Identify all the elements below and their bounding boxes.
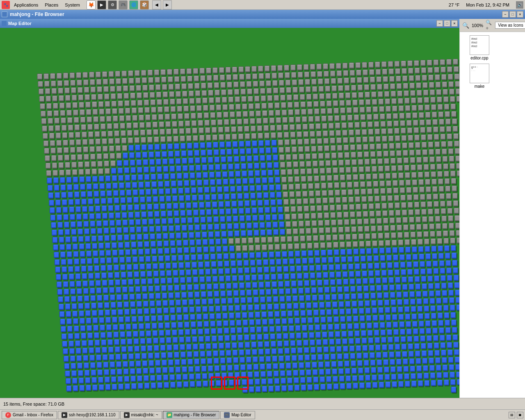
svg-rect-2668: [162, 145, 166, 149]
svg-rect-1388: [164, 107, 169, 112]
svg-rect-8372: [443, 299, 447, 303]
svg-rect-1112: [138, 101, 142, 105]
svg-rect-9324: [394, 330, 398, 334]
taskbar-firefox[interactable]: F Gmail - Inbox - Firefox: [2, 411, 57, 419]
zoom-in-button[interactable]: 🔍+: [486, 20, 492, 31]
svg-rect-568: [98, 87, 102, 91]
svg-rect-4116: [438, 172, 442, 176]
taskbar-resize-btn-2[interactable]: ▣: [517, 412, 523, 418]
app-icon-1[interactable]: ⚙: [108, 0, 117, 9]
svg-rect-6888: [445, 254, 450, 258]
svg-rect-7028: [271, 267, 275, 272]
map-canvas[interactable]: [0, 28, 459, 398]
taskbar-mapeditor[interactable]: 🎮 Map Editor: [220, 411, 255, 419]
taskbar-ssh[interactable]: ▶ ssh hexy@192.168.1.110: [58, 411, 119, 419]
svg-rect-3440: [170, 167, 174, 171]
minimize-button[interactable]: −: [502, 11, 509, 18]
svg-rect-9708: [226, 351, 231, 355]
terminal-icon-1[interactable]: ▶: [97, 0, 106, 9]
svg-rect-5748: [222, 232, 226, 236]
svg-rect-3292: [345, 153, 349, 157]
svg-rect-10884: [334, 384, 338, 388]
svg-rect-2992: [273, 148, 277, 152]
file-item-editor-cpp[interactable]: #incl#incl#incl editor.cpp: [463, 35, 496, 60]
view-mode-select[interactable]: View as Icons View as List View as Compa…: [495, 22, 525, 29]
svg-rect-3600: [430, 158, 434, 162]
svg-rect-3676: [138, 175, 142, 179]
zoom-out-button[interactable]: 🔍: [462, 22, 469, 29]
svg-rect-10128: [117, 370, 121, 374]
me-minimize-btn[interactable]: −: [436, 20, 443, 27]
svg-rect-8484: [223, 314, 227, 318]
svg-rect-1752: [334, 109, 338, 113]
svg-rect-10928: [405, 382, 409, 386]
taskbar-resize-btn-1[interactable]: ▤: [509, 412, 515, 418]
svg-rect-4812: [336, 198, 340, 202]
svg-rect-3144: [105, 162, 109, 166]
places-menu[interactable]: Places: [41, 2, 62, 8]
svg-rect-6504: [224, 254, 228, 258]
svg-rect-7640: [59, 297, 63, 301]
volume-icon[interactable]: 🔊: [516, 1, 523, 9]
svg-rect-8128: [449, 291, 453, 295]
svg-rect-1876: [121, 124, 125, 128]
svg-rect-6612: [399, 248, 403, 252]
svg-rect-9388: [102, 348, 106, 352]
taskbar-misaki[interactable]: ▶ misaki@nhk: ~: [120, 411, 162, 419]
svg-rect-6472: [172, 256, 176, 260]
svg-rect-4944: [142, 212, 146, 217]
me-close-btn[interactable]: ×: [451, 20, 458, 27]
svg-rect-9888: [123, 362, 127, 366]
svg-rect-3432: [157, 167, 161, 171]
svg-rect-5540: [292, 222, 297, 226]
svg-rect-6508: [231, 254, 235, 258]
system-menu[interactable]: System: [62, 2, 83, 8]
svg-rect-4524: [277, 193, 281, 197]
svg-rect-4124: [451, 171, 455, 176]
close-button[interactable]: ×: [517, 11, 523, 18]
svg-rect-108: [194, 69, 198, 73]
svg-rect-7272: [265, 275, 269, 279]
taskbar-mahjong-fb[interactable]: 📁 mahjong - File Browser: [163, 411, 220, 419]
svg-rect-5020: [265, 208, 269, 212]
svg-rect-7552: [317, 281, 322, 285]
svg-rect-2760: [311, 139, 315, 144]
svg-rect-2160: [167, 130, 171, 134]
me-maximize-btn[interactable]: □: [444, 20, 450, 27]
svg-rect-5364: [415, 210, 420, 214]
svg-rect-3504: [274, 163, 278, 167]
file-item-make[interactable]: g++ ·· · · make: [463, 64, 496, 89]
firefox-icon[interactable]: 🦊: [87, 0, 96, 9]
svg-rect-7108: [401, 263, 405, 267]
svg-rect-5756: [235, 231, 239, 235]
app-icon-2[interactable]: 🎮: [119, 0, 128, 9]
svg-rect-8232: [216, 307, 220, 311]
svg-rect-1240: [346, 94, 350, 98]
svg-rect-10248: [312, 363, 316, 367]
svg-rect-6400: [55, 260, 59, 264]
app-icon-4[interactable]: 🎲: [140, 0, 149, 9]
nav-fwd-icon[interactable]: ▶: [163, 0, 172, 9]
svg-rect-10408: [176, 375, 180, 379]
svg-rect-2288: [374, 122, 379, 126]
svg-rect-8136: [60, 312, 64, 316]
svg-rect-6876: [426, 254, 430, 258]
svg-rect-4076: [373, 174, 377, 178]
svg-rect-8448: [164, 316, 169, 320]
svg-rect-7828: [364, 286, 368, 290]
svg-rect-7460: [168, 286, 172, 290]
nav-back-icon[interactable]: ◀: [152, 0, 161, 9]
svg-rect-10724: [294, 378, 298, 382]
svg-rect-8476: [210, 314, 214, 318]
svg-rect-4428: [121, 198, 125, 202]
svg-rect-6184: [113, 251, 117, 255]
svg-rect-5376: [435, 210, 439, 214]
svg-rect-4756: [245, 201, 249, 205]
applications-menu[interactable]: Applications: [11, 2, 41, 8]
maximize-button[interactable]: □: [509, 11, 516, 18]
svg-rect-1260: [378, 92, 382, 96]
svg-rect-6288: [282, 244, 286, 249]
app-icon-3[interactable]: 🌀: [129, 0, 138, 9]
svg-rect-872: [169, 92, 173, 96]
svg-rect-4240: [224, 187, 228, 191]
